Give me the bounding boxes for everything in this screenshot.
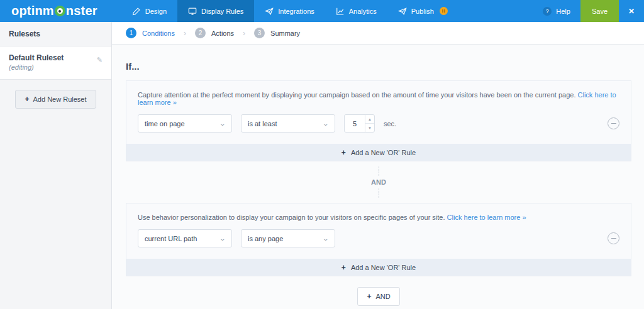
nav-item-publish[interactable]: Publish [387, 0, 458, 22]
navbar-right: ? Help Save ✕ [533, 0, 644, 22]
nav-label: Publish [411, 8, 434, 15]
dashed-line [379, 166, 379, 176]
add-and-group-button[interactable]: + AND [357, 287, 399, 306]
conditions-content: If... Capture attention at the perfect m… [112, 45, 644, 309]
nav-label: Integrations [278, 8, 314, 15]
and-button-label: AND [375, 293, 390, 300]
description-text: Use behavior personalization to display … [138, 214, 447, 221]
chart-icon [336, 7, 345, 16]
question-icon: ? [543, 7, 552, 16]
or-rule-label: Add a New 'OR' Rule [351, 149, 416, 156]
selected-value: current URL path [145, 235, 197, 242]
step-label: Actions [211, 30, 234, 37]
condition-row: current URL path ⌄ is any page ⌄ [138, 229, 619, 247]
chevron-right-icon: › [184, 29, 186, 38]
chevron-down-icon: ⌄ [323, 121, 330, 127]
step-number: 3 [254, 28, 265, 38]
nav-item-display-rules[interactable]: Display Rules [177, 0, 254, 22]
step-label: Summary [270, 30, 300, 37]
if-heading: If... [126, 61, 631, 72]
remove-rule-icon[interactable] [608, 232, 619, 244]
top-navbar: optinm nster Design Display Rules Integr… [0, 0, 644, 22]
plus-icon: + [341, 148, 346, 157]
condition-operator-select[interactable]: is any page ⌄ [241, 229, 335, 247]
condition-group-current-url: Use behavior personalization to display … [126, 203, 631, 276]
nav-item-analytics[interactable]: Analytics [325, 0, 387, 22]
add-ruleset-label: Add New Ruleset [33, 95, 87, 103]
remove-rule-icon[interactable] [608, 117, 619, 129]
nav-menu: Design Display Rules Integrations Analyt… [121, 0, 458, 22]
ruleset-item-default[interactable]: Default Ruleset (editing) ✎ [0, 46, 111, 80]
condition-type-select[interactable]: time on page ⌄ [138, 114, 232, 133]
paper-plane-icon [398, 7, 407, 16]
step-number: 2 [195, 28, 206, 38]
plus-icon: + [367, 292, 371, 301]
step-conditions[interactable]: 1 Conditions [126, 28, 175, 38]
help-button[interactable]: ? Help [533, 0, 580, 22]
optinmonster-logo[interactable]: optinm nster [0, 0, 106, 22]
publish-paused-badge [440, 7, 448, 15]
selected-value: time on page [145, 120, 185, 127]
learn-more-link[interactable]: Click here to learn more » [447, 214, 526, 221]
condition-row: time on page ⌄ is at least ⌄ ▲ ▼ [138, 114, 619, 133]
description-text: Capture attention at the perfect moment … [138, 91, 578, 99]
nav-label: Analytics [349, 8, 377, 15]
condition-group-time-on-page: Capture attention at the perfect moment … [126, 80, 631, 161]
chevron-down-icon: ⌄ [219, 236, 226, 242]
selected-value: is at least [248, 120, 277, 127]
edit-pencil-icon[interactable]: ✎ [97, 56, 103, 64]
plus-icon: + [25, 95, 29, 104]
sidebar-title: Rulesets [0, 22, 111, 46]
add-or-rule-button[interactable]: + Add a New 'OR' Rule [126, 144, 631, 161]
pencil-icon [132, 7, 141, 16]
help-label: Help [556, 8, 570, 15]
chevron-right-icon: › [243, 29, 245, 38]
or-rule-label: Add a New 'OR' Rule [351, 264, 416, 271]
paper-plane-icon [265, 7, 274, 16]
add-or-rule-button[interactable]: + Add a New 'OR' Rule [126, 259, 631, 276]
logo-text-suffix: nster [66, 4, 97, 18]
nav-label: Design [145, 8, 167, 15]
steps-breadcrumb: 1 Conditions › 2 Actions › 3 Summary [112, 22, 644, 45]
step-number: 1 [126, 28, 136, 38]
step-summary[interactable]: 3 Summary [254, 28, 300, 38]
main-panel: 1 Conditions › 2 Actions › 3 Summary If.… [112, 22, 644, 309]
chevron-down-icon: ⌄ [219, 121, 226, 127]
save-button[interactable]: Save [580, 0, 619, 22]
nav-item-integrations[interactable]: Integrations [254, 0, 325, 22]
plus-icon: + [341, 263, 346, 272]
chevron-down-icon: ⌄ [323, 236, 330, 242]
stepper-up-icon[interactable]: ▲ [365, 115, 374, 124]
monster-icon [55, 6, 65, 16]
condition-type-select[interactable]: current URL path ⌄ [138, 229, 232, 247]
nav-label: Display Rules [201, 8, 243, 15]
monitor-icon [188, 7, 197, 16]
and-divider: AND [126, 161, 631, 203]
rulesets-sidebar: Rulesets Default Ruleset (editing) ✎ + A… [0, 22, 112, 309]
ruleset-name: Default Ruleset [9, 53, 97, 62]
dashed-line [379, 188, 379, 198]
ruleset-editing-status: (editing) [9, 63, 97, 71]
nav-item-design[interactable]: Design [121, 0, 177, 22]
seconds-stepper[interactable]: ▲ ▼ [344, 114, 375, 133]
condition-description: Use behavior personalization to display … [138, 214, 619, 221]
and-divider-label: AND [371, 176, 386, 188]
add-new-ruleset-button[interactable]: + Add New Ruleset [15, 90, 96, 109]
step-actions[interactable]: 2 Actions [195, 28, 234, 38]
selected-value: is any page [248, 235, 283, 242]
condition-operator-select[interactable]: is at least ⌄ [241, 114, 335, 133]
unit-label: sec. [384, 120, 396, 127]
close-icon[interactable]: ✕ [619, 0, 644, 22]
stepper-arrows: ▲ ▼ [365, 115, 374, 132]
logo-text-prefix: optinm [11, 4, 54, 18]
ruleset-meta: Default Ruleset (editing) [9, 53, 97, 71]
seconds-input[interactable] [345, 115, 365, 132]
condition-description: Capture attention at the perfect moment … [138, 91, 619, 106]
stepper-down-icon[interactable]: ▼ [365, 124, 374, 132]
step-label: Conditions [142, 30, 175, 37]
